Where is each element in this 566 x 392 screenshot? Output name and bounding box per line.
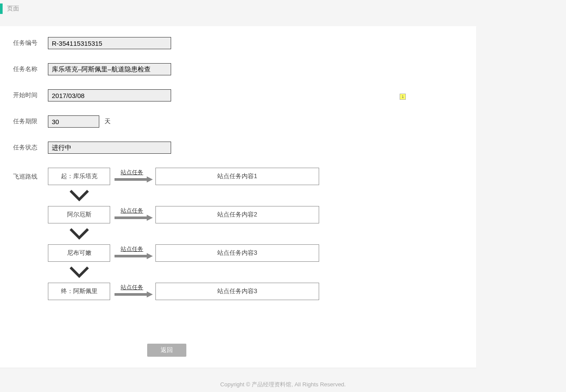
page-header: 页面 <box>0 0 566 17</box>
start-time-input[interactable] <box>48 89 171 101</box>
svg-marker-5 <box>147 253 153 259</box>
duration-row: 任务期限 天 <box>13 115 463 128</box>
chevron-down-icon <box>70 228 89 240</box>
task-name-row: 任务名称 <box>13 63 463 75</box>
svg-rect-6 <box>115 293 147 296</box>
station-box-2: 尼布可嫩 <box>48 244 110 262</box>
content-box-3: 站点任务内容3 <box>155 283 319 300</box>
arrow-down-1 <box>48 223 110 244</box>
task-name-input[interactable] <box>48 63 171 75</box>
station-task-link-2[interactable]: 站点任务 <box>121 245 143 253</box>
svg-marker-3 <box>147 215 153 221</box>
arrow-down-0 <box>48 185 110 206</box>
station-box-3: 终：阿斯佩里 <box>48 283 110 300</box>
duration-unit: 天 <box>104 118 111 125</box>
duration-label: 任务期限 <box>13 118 48 125</box>
route-label: 飞巡路线 <box>13 168 48 181</box>
arrow-right-icon <box>115 215 153 221</box>
arrow-right-icon <box>115 176 153 182</box>
chevron-down-icon <box>70 267 89 278</box>
route-body: 起：库乐塔克 站点任务 站点任务内容1 阿尔厄斯 站点任务 <box>48 168 319 300</box>
arrow-right-1: 站点任务 <box>115 209 153 221</box>
route-section: 飞巡路线 起：库乐塔克 站点任务 站点任务内容1 阿尔厄 <box>13 168 463 300</box>
task-id-label: 任务编号 <box>13 39 48 47</box>
arrow-right-icon <box>115 291 153 297</box>
route-row-0: 起：库乐塔克 站点任务 站点任务内容1 <box>48 168 319 185</box>
annotation-badge[interactable]: 1 <box>400 94 406 100</box>
duration-input[interactable] <box>48 115 99 128</box>
station-box-1: 阿尔厄斯 <box>48 206 110 223</box>
content-panel: 任务编号 任务名称 开始时间 任务期限 天 任务状态 飞巡路线 起：库乐塔克 站… <box>0 26 476 368</box>
svg-rect-0 <box>115 178 147 181</box>
status-label: 任务状态 <box>13 144 48 152</box>
start-time-label: 开始时间 <box>13 91 48 99</box>
station-box-0: 起：库乐塔克 <box>48 168 110 185</box>
back-button[interactable]: 返回 <box>147 344 186 357</box>
svg-rect-2 <box>115 216 147 219</box>
route-row-1: 阿尔厄斯 站点任务 站点任务内容2 <box>48 206 319 223</box>
footer-copyright: Copyright © 产品经理资料馆, All Rights Reserved… <box>0 368 566 392</box>
arrow-down-2 <box>48 262 110 283</box>
content-box-0: 站点任务内容1 <box>155 168 319 185</box>
task-id-row: 任务编号 <box>13 37 463 49</box>
start-time-row: 开始时间 <box>13 89 463 101</box>
task-name-label: 任务名称 <box>13 65 48 73</box>
arrow-right-2: 站点任务 <box>115 247 153 259</box>
arrow-right-3: 站点任务 <box>115 285 153 297</box>
header-accent <box>0 3 3 14</box>
content-box-2: 站点任务内容3 <box>155 244 319 262</box>
station-task-link-1[interactable]: 站点任务 <box>121 207 143 215</box>
task-id-input[interactable] <box>48 37 171 49</box>
station-task-link-3[interactable]: 站点任务 <box>121 284 143 291</box>
route-row-3: 终：阿斯佩里 站点任务 站点任务内容3 <box>48 283 319 300</box>
status-row: 任务状态 <box>13 142 463 154</box>
arrow-right-icon <box>115 253 153 259</box>
arrow-right-0: 站点任务 <box>115 170 153 182</box>
svg-marker-7 <box>147 291 153 297</box>
content-box-1: 站点任务内容2 <box>155 206 319 223</box>
chevron-down-icon <box>70 190 89 201</box>
page-title: 页面 <box>7 5 19 13</box>
route-row-2: 尼布可嫩 站点任务 站点任务内容3 <box>48 244 319 262</box>
status-input[interactable] <box>48 142 171 154</box>
svg-marker-1 <box>147 176 153 182</box>
svg-rect-4 <box>115 255 147 257</box>
station-task-link-0[interactable]: 站点任务 <box>121 169 143 176</box>
